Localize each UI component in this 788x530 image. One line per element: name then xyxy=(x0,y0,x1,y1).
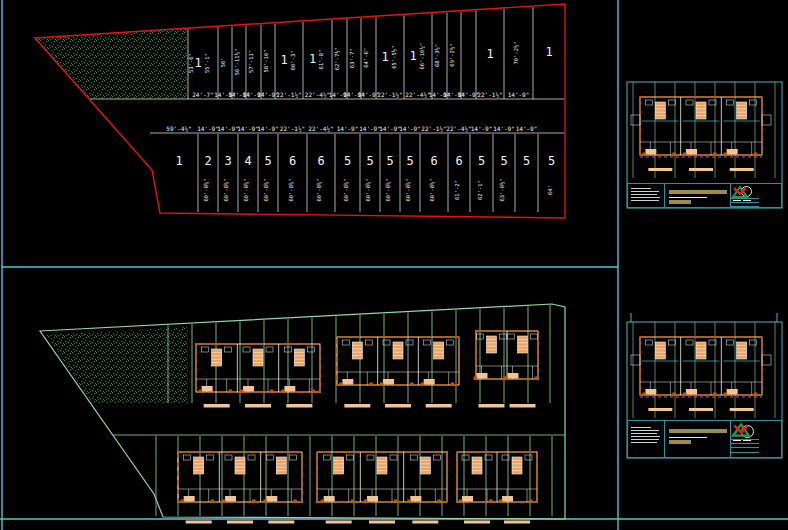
stair-core xyxy=(487,336,497,353)
svg-text:6: 6 xyxy=(317,154,324,168)
svg-text:1: 1 xyxy=(280,53,287,67)
svg-text:65'-5½": 65'-5½" xyxy=(391,46,397,69)
svg-text:69'-2½": 69'-2½" xyxy=(449,43,455,66)
building-footprint xyxy=(631,337,771,397)
stair-core xyxy=(737,102,747,119)
driveway-strip xyxy=(426,404,452,408)
porch xyxy=(645,149,656,155)
driveway-strip xyxy=(204,404,230,408)
building-footprint xyxy=(196,344,320,393)
svg-text:60'-8¼": 60'-8¼" xyxy=(203,178,209,201)
title-underline xyxy=(669,437,707,438)
svg-text:66'-10½": 66'-10½" xyxy=(419,43,425,70)
driveway-strip xyxy=(186,521,212,524)
svg-text:63'-0½": 63'-0½" xyxy=(499,178,505,201)
porch xyxy=(367,496,378,502)
porch xyxy=(424,379,435,385)
title-block-text-line xyxy=(631,188,651,189)
title-block-top-sheet xyxy=(627,183,782,208)
svg-text:60'-8¼": 60'-8¼" xyxy=(243,178,249,201)
svg-text:59'-4½": 59'-4½" xyxy=(166,125,191,132)
building-footprint xyxy=(631,97,771,157)
svg-text:60'-8¼": 60'-8¼" xyxy=(405,178,411,201)
svg-text:14'-9": 14'-9" xyxy=(237,125,259,132)
svg-text:64': 64' xyxy=(547,185,553,195)
svg-text:6: 6 xyxy=(289,154,296,168)
driveway-strip xyxy=(268,521,294,524)
stair-core xyxy=(512,457,522,474)
svg-text:14'-9": 14'-9" xyxy=(516,125,538,132)
svg-text:55'-1": 55'-1" xyxy=(204,53,210,73)
svg-text:60'-8¼": 60'-8¼" xyxy=(223,178,229,201)
top-subdivision-plan: 24'-7"53'-6"155'-1"14'-9"56'14'-9"56'-11… xyxy=(35,4,565,218)
svg-text:56': 56' xyxy=(220,57,226,67)
svg-text:1: 1 xyxy=(381,50,388,64)
stair-core xyxy=(518,336,528,353)
porch xyxy=(477,373,488,379)
driveway-strip xyxy=(510,404,536,408)
porch xyxy=(462,496,473,502)
svg-text:14'-9": 14'-9" xyxy=(257,125,279,132)
svg-text:5: 5 xyxy=(523,154,530,168)
stair-core xyxy=(393,342,403,359)
cad-canvas[interactable]: 24'-7"53'-6"155'-1"14'-9"56'14'-9"56'-11… xyxy=(0,0,788,530)
stair-core xyxy=(253,349,263,366)
porch xyxy=(686,149,697,155)
svg-text:22'-4½": 22'-4½" xyxy=(405,91,430,98)
stair-core xyxy=(655,342,665,359)
title-block-text-line xyxy=(631,436,660,437)
svg-text:60'-8¼": 60'-8¼" xyxy=(385,178,391,201)
driveway-strip xyxy=(648,408,672,411)
title-block-text-line xyxy=(631,442,657,443)
svg-text:62'-7½": 62'-7½" xyxy=(335,47,341,70)
porch xyxy=(202,386,213,392)
title-block-text-line xyxy=(631,433,657,434)
svg-text:70'-2½": 70'-2½" xyxy=(514,41,520,64)
building-footprint xyxy=(317,452,447,503)
stair-core xyxy=(420,457,430,474)
svg-text:1: 1 xyxy=(309,52,316,66)
svg-text:5: 5 xyxy=(264,154,271,168)
title-block-rule xyxy=(731,202,759,203)
svg-text:5: 5 xyxy=(500,154,507,168)
svg-text:3: 3 xyxy=(224,154,231,168)
driveway-strip xyxy=(227,521,253,524)
svg-text:60'-8½": 60'-8½" xyxy=(429,178,435,201)
svg-text:14'-9": 14'-9" xyxy=(471,125,493,132)
title-block-text-line xyxy=(631,191,659,192)
driveway-strip xyxy=(326,521,352,524)
stair-core xyxy=(334,457,344,474)
porch xyxy=(727,149,738,155)
svg-text:60'-8¼": 60'-8¼" xyxy=(343,178,349,201)
stair-core xyxy=(276,457,286,474)
stair-core xyxy=(696,102,706,119)
porch xyxy=(184,496,195,502)
porch xyxy=(502,496,513,502)
company-logo-icon xyxy=(731,185,749,199)
svg-text:68'-3½": 68'-3½" xyxy=(435,44,441,67)
porch xyxy=(284,386,295,392)
svg-text:60'-3": 60'-3" xyxy=(290,50,296,70)
title-block-text-line xyxy=(631,430,659,431)
svg-text:1: 1 xyxy=(486,47,493,61)
svg-text:6: 6 xyxy=(455,154,462,168)
title-block-meta-cell xyxy=(731,421,781,457)
porch xyxy=(727,389,738,395)
svg-text:1: 1 xyxy=(194,56,201,70)
title-block-rule xyxy=(731,206,759,207)
driveway-strip xyxy=(464,521,490,524)
driveway-strip xyxy=(344,404,370,408)
porch xyxy=(225,496,236,502)
stair-core xyxy=(472,457,482,474)
svg-text:60'-8¼": 60'-8¼" xyxy=(263,178,269,201)
stair-core xyxy=(737,342,747,359)
svg-text:1: 1 xyxy=(409,49,416,63)
title-block-title-cell xyxy=(665,184,731,207)
scale-line xyxy=(733,200,741,201)
driveway-strip xyxy=(689,408,713,411)
svg-text:14'-9": 14'-9" xyxy=(337,125,359,132)
svg-text:22'-1½": 22'-1½" xyxy=(377,91,402,98)
svg-text:22'-4½": 22'-4½" xyxy=(308,125,333,132)
stair-core xyxy=(194,457,204,474)
driveway-strip xyxy=(412,521,438,524)
